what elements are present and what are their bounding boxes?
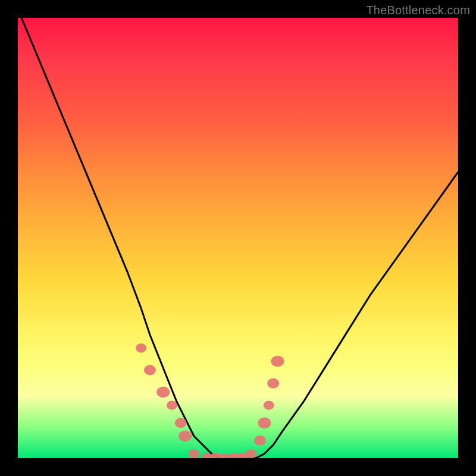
bottleneck-curve — [18, 18, 458, 458]
marker-dot — [246, 449, 256, 458]
chart-svg — [18, 18, 458, 458]
marker-dot — [167, 401, 177, 410]
curve-group — [18, 18, 458, 458]
marker-dot — [175, 418, 187, 428]
marker-dot — [178, 431, 192, 442]
watermark-text: TheBottleneck.com — [366, 4, 470, 17]
marker-dot — [144, 365, 156, 375]
marker-dot — [271, 356, 284, 367]
marker-dot — [264, 401, 274, 410]
plot-area — [18, 18, 458, 458]
marker-dot — [156, 387, 170, 398]
marker-dot — [136, 343, 146, 352]
chart-frame: TheBottleneck.com — [0, 0, 476, 476]
marker-dot — [254, 436, 266, 446]
marker-dot — [189, 449, 199, 458]
marker-dot — [258, 417, 271, 428]
marker-dot — [267, 378, 279, 389]
highlight-markers — [136, 343, 284, 458]
